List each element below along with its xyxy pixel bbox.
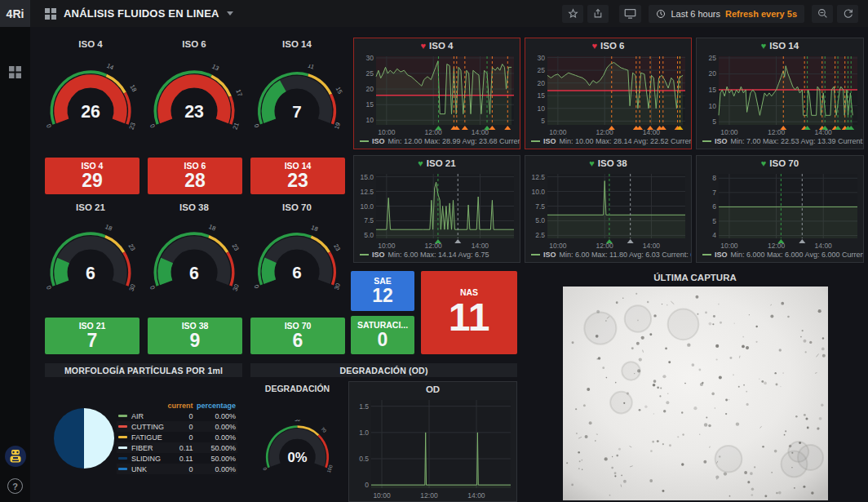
panel-title[interactable]: ÚLTIMA CAPTURA bbox=[522, 270, 868, 285]
dashboard-title-dropdown[interactable]: ANÁLISIS FLUIDOS EN LINEA bbox=[45, 7, 233, 20]
panel-title[interactable]: ♥ISO 38 bbox=[525, 156, 691, 171]
svg-text:8: 8 bbox=[712, 174, 716, 182]
row-header-morfologia[interactable]: MORFOLOGÍA PARTÍCULAS POR 1ml bbox=[45, 363, 242, 377]
panel-title[interactable]: ISO 21 bbox=[37, 200, 144, 215]
stat-iso14[interactable]: ISO 14 23 bbox=[250, 158, 345, 194]
iso6-timeseries-plot[interactable]: 5101520253010:0012:0014:00 bbox=[525, 53, 691, 136]
panel-title[interactable]: ♥ISO 21 bbox=[354, 156, 520, 171]
svg-text:19: 19 bbox=[333, 121, 342, 130]
svg-text:15.0: 15.0 bbox=[360, 173, 374, 181]
svg-text:0.5: 0.5 bbox=[359, 455, 369, 463]
svg-text:10:00: 10:00 bbox=[720, 128, 738, 136]
user-avatar[interactable] bbox=[5, 446, 26, 470]
panel-title[interactable]: ♥ISO 14 bbox=[697, 38, 863, 53]
zoom-out-button[interactable] bbox=[812, 5, 833, 23]
col-percentage[interactable]: percentage bbox=[195, 401, 237, 411]
svg-text:23: 23 bbox=[231, 242, 241, 252]
dashboards-icon[interactable] bbox=[0, 60, 30, 84]
legend-row[interactable]: UNK 00.00% bbox=[117, 464, 237, 474]
stat-iso6[interactable]: ISO 6 28 bbox=[148, 158, 242, 194]
refresh-icon bbox=[843, 8, 853, 19]
svg-text:1.5: 1.5 bbox=[359, 402, 369, 411]
legend-row[interactable]: FIBER 0.1150.00% bbox=[117, 442, 237, 453]
ok-heart-icon: ♥ bbox=[418, 158, 423, 168]
panel-ultima-captura: ÚLTIMA CAPTURA bbox=[522, 270, 868, 502]
stat-iso4[interactable]: ISO 4 29 bbox=[45, 158, 140, 194]
panel-title[interactable]: ISO 14 bbox=[245, 37, 349, 51]
svg-text:10.0: 10.0 bbox=[360, 202, 374, 211]
grafana-dashboard: 4Ri ? bbox=[0, 0, 868, 502]
panel-title[interactable]: ISO 38 bbox=[140, 200, 248, 215]
share-button[interactable] bbox=[587, 5, 609, 23]
stat-value: 28 bbox=[184, 171, 206, 191]
alert-heart-icon: ♥ bbox=[592, 41, 598, 51]
chart-legend[interactable]: ISOMin: 7.00 Max: 22.53 Avg: 13.39 Curre… bbox=[697, 137, 863, 148]
series-color-dash bbox=[702, 140, 711, 142]
legend-row[interactable]: FATIGUE 00.00% bbox=[117, 432, 237, 442]
time-range-label: Last 6 hours bbox=[671, 9, 720, 19]
stat-iso70[interactable]: ISO 70 6 bbox=[250, 318, 345, 354]
svg-text:21: 21 bbox=[231, 122, 240, 131]
chart-legend[interactable]: ISOMin: 6.00 Max: 11.80 Avg: 6.03 Curren… bbox=[525, 251, 691, 261]
stat-sae[interactable]: SAE 12 bbox=[351, 271, 414, 311]
panel-title[interactable]: OD bbox=[349, 382, 516, 397]
svg-text:23: 23 bbox=[184, 102, 204, 122]
col-current[interactable]: current bbox=[166, 401, 194, 411]
panel-title[interactable]: ISO 70 bbox=[245, 200, 349, 215]
page-title: ANÁLISIS FLUIDOS EN LINEA bbox=[64, 7, 219, 20]
svg-text:14:00: 14:00 bbox=[467, 491, 485, 500]
series-swatch bbox=[118, 436, 127, 438]
legend-row[interactable]: CUTTING 00.00% bbox=[117, 421, 237, 432]
svg-text:5.0: 5.0 bbox=[364, 231, 374, 239]
time-range-picker[interactable]: Last 6 hours Refresh every 5s bbox=[649, 5, 804, 23]
chart-legend[interactable]: ISOMin: 10.00 Max: 28.14 Avg: 22.52 Curr… bbox=[525, 137, 691, 148]
svg-text:20: 20 bbox=[366, 85, 374, 93]
chevron-down-icon bbox=[227, 11, 233, 16]
stat-value: 11 bbox=[449, 297, 490, 338]
panel-title[interactable]: ♥ISO 70 bbox=[697, 156, 863, 171]
panel-title[interactable]: ♥ISO 4 bbox=[354, 38, 520, 53]
sidebar: 4Ri ? bbox=[0, 0, 30, 502]
panel-title[interactable]: ♥ISO 6 bbox=[525, 38, 691, 53]
svg-text:0: 0 bbox=[148, 123, 157, 129]
iso38-timeseries-plot[interactable]: 2.55.07.510.012.510:0012:0014:00 bbox=[525, 171, 691, 250]
legend-row[interactable]: AIR 00.00% bbox=[117, 411, 237, 421]
iso70-timeseries-plot[interactable]: 4567810:0012:0014:00 bbox=[697, 171, 863, 250]
gauge-iso4: 014182326 bbox=[37, 51, 144, 151]
star-button[interactable] bbox=[562, 5, 583, 23]
tv-mode-button[interactable] bbox=[619, 5, 641, 23]
stat-iso38[interactable]: ISO 38 9 bbox=[148, 318, 242, 354]
chart-legend[interactable]: ISOMin: 6.00 Max: 14.14 Avg: 6.75 bbox=[354, 251, 520, 261]
stat-saturacion[interactable]: SATURACI... 0 bbox=[351, 316, 414, 354]
svg-text:18: 18 bbox=[129, 84, 139, 94]
svg-text:11: 11 bbox=[307, 64, 315, 71]
stat-value: 23 bbox=[287, 171, 308, 191]
iso4-timeseries-plot[interactable]: 101520253010:0012:0014:00 bbox=[354, 53, 520, 136]
panel-gauge-iso6: ISO 6 013172123 bbox=[140, 37, 248, 151]
panel-title[interactable]: DEGRADACIÓN bbox=[250, 381, 344, 396]
svg-text:23: 23 bbox=[127, 122, 136, 131]
help-icon[interactable]: ? bbox=[7, 478, 23, 494]
refresh-button[interactable] bbox=[837, 5, 858, 23]
panel-title[interactable]: ISO 6 bbox=[140, 37, 248, 51]
svg-text:0: 0 bbox=[45, 285, 53, 291]
svg-text:0: 0 bbox=[148, 285, 157, 291]
od-timeseries-plot[interactable]: 00.51.01.510:0012:0014:00 bbox=[349, 397, 516, 500]
legend-row[interactable]: SLIDING 0.1150.00% bbox=[117, 453, 237, 464]
org-logo[interactable]: 4Ri bbox=[0, 0, 30, 27]
panel-chart-iso6: ♥ISO 6 5101520253010:0012:0014:00 ISOMin… bbox=[525, 38, 692, 149]
svg-text:20: 20 bbox=[538, 79, 546, 87]
morphology-pie-chart[interactable] bbox=[51, 406, 117, 474]
chart-legend[interactable]: ISOMin: 6.000 Max: 6.000 Avg: 6.000 Curr… bbox=[697, 251, 863, 261]
series-swatch bbox=[118, 415, 127, 417]
gauge-iso21: 01823306 bbox=[37, 215, 144, 310]
chart-legend[interactable]: ISOMin: 12.00 Max: 28.99 Avg: 23.68 Curr… bbox=[354, 137, 520, 148]
series-swatch bbox=[118, 425, 127, 428]
svg-text:5: 5 bbox=[541, 117, 545, 125]
iso14-timeseries-plot[interactable]: 51015202510:0012:0014:00 bbox=[697, 53, 863, 136]
row-header-degradacion[interactable]: DEGRADACIÓN (OD) bbox=[250, 363, 517, 377]
panel-title[interactable]: ISO 4 bbox=[37, 37, 144, 51]
stat-iso21[interactable]: ISO 21 7 bbox=[45, 318, 140, 354]
iso21-timeseries-plot[interactable]: 5.07.510.012.515.010:0012:0014:00 bbox=[354, 171, 520, 250]
stat-nas[interactable]: NAS 11 bbox=[421, 271, 517, 354]
